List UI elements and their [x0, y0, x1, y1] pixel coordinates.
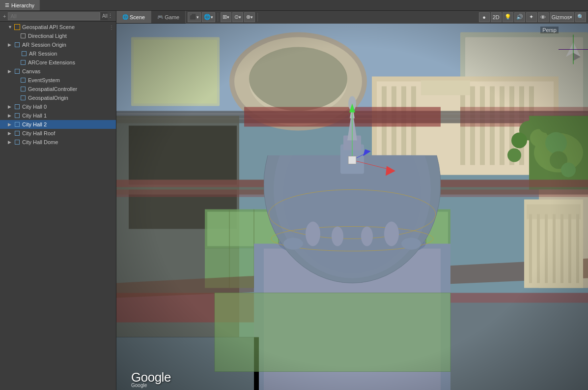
hierarchy-item-city-hall-1[interactable]: ▶ City Hall 1 — [0, 111, 116, 120]
scene-toolbar: ⬛ ▾ 🌐 ▾ ⊞ ▾ ⊙ ▾ — [186, 11, 588, 24]
item-icon-10 — [14, 121, 21, 128]
add-hierarchy-button[interactable]: + — [3, 13, 6, 19]
hierarchy-item-geospatial-origin[interactable]: GeospatialOrigin — [0, 93, 116, 102]
toolbar-search-btn[interactable]: 🔍 — [575, 12, 586, 22]
item-arrow-4: ▶ — [8, 69, 14, 74]
item-arrow-12: ▶ — [8, 140, 14, 145]
audio-icon: ● — [482, 14, 486, 20]
view-options: ● 2D 💡 🔊 ✦ — [479, 12, 586, 22]
scene-tab-icon: 🌐 — [122, 14, 128, 20]
scene-root-more[interactable]: ⋮ — [109, 25, 114, 30]
persp-label: Persp — [540, 27, 559, 33]
item-label-10: City Hall 2 — [22, 121, 47, 127]
item-label-4: Canvas — [22, 68, 40, 74]
scene-vis-icon: 👁 — [540, 14, 546, 20]
pivot-icon: ⊙ — [234, 14, 239, 20]
toolbar-right: ● 2D 💡 🔊 ✦ — [479, 12, 586, 22]
toolbar-sep-1 — [218, 13, 218, 22]
toolbar-lighting-btn[interactable]: 💡 — [503, 12, 513, 22]
toolbar-fx-btn[interactable]: ✦ — [526, 12, 537, 22]
hierarchy-all-label: All — [102, 13, 108, 19]
toolbar-snap-btn[interactable]: ⊞ ▾ — [221, 12, 231, 22]
item-icon-8 — [14, 103, 21, 110]
item-label-7: GeospatialOrigin — [28, 95, 68, 101]
scene-root-icon — [14, 24, 21, 30]
item-arrow-11: ▶ — [8, 131, 14, 136]
hierarchy-item-city-hall-0[interactable]: ▶ City Hall 0 — [0, 102, 116, 111]
tab-scene[interactable]: 🌐 Scene — [116, 11, 151, 23]
toolbar-pivot-btn[interactable]: ⊙ ▾ — [232, 12, 243, 22]
toolbar-scene-vis-btn[interactable]: 👁 — [538, 12, 549, 22]
shaded-dropdown: ▾ — [196, 15, 199, 20]
hierarchy-tab-label: Hierarchy — [11, 2, 34, 8]
item-icon-11 — [14, 130, 21, 137]
item-icon-12 — [14, 139, 21, 146]
hierarchy-item-canvas[interactable]: ▶ Canvas — [0, 67, 116, 76]
toolbar-audio2-btn[interactable]: 🔊 — [514, 12, 525, 22]
item-label-1: AR Session Origin — [22, 42, 66, 48]
item-icon-4 — [14, 68, 21, 75]
hierarchy-tab-icon: ☰ — [5, 2, 9, 8]
item-icon-6 — [20, 86, 27, 92]
snap-dropdown: ▾ — [227, 15, 229, 20]
item-icon-3 — [20, 59, 27, 66]
hierarchy-item-event-system[interactable]: EventSystem — [0, 76, 116, 85]
viewport[interactable]: ✋ ✥ ↺ ⤢ ⬜ ⊕ — [116, 24, 588, 390]
scene-tab-label: Scene — [130, 14, 145, 20]
hierarchy-item-arcore-extensions[interactable]: ARCore Extensions — [0, 58, 116, 67]
toolbar-group-transform: ⊞ ▾ ⊙ ▾ ⊗ ▾ — [221, 12, 255, 22]
2d-label: 2D — [493, 14, 500, 20]
hierarchy-item-ar-session[interactable]: AR Session — [0, 49, 116, 58]
hierarchy-scene-root[interactable]: ▼ Geospatial API Scene ⋮ — [0, 23, 116, 31]
tab-game[interactable]: 🎮 Game — [151, 11, 186, 23]
hierarchy-search-input[interactable] — [8, 12, 100, 20]
item-label-6: GeospatialController — [28, 86, 77, 92]
item-label-9: City Hall 1 — [22, 113, 47, 119]
globe-dropdown: ▾ — [211, 15, 213, 20]
toolbar-audio-btn[interactable]: ● — [479, 12, 490, 22]
city-scene-svg — [116, 24, 588, 390]
hierarchy-item-city-hall-roof[interactable]: ▶ City Hall Roof — [0, 129, 116, 138]
gizmos-dropdown: ▾ — [570, 15, 572, 20]
local-icon: ⊗ — [246, 14, 251, 20]
item-arrow-10: ▶ — [8, 122, 14, 127]
toolbar-gizmos-btn[interactable]: Gizmos ▾ — [550, 12, 574, 22]
item-arrow-8: ▶ — [8, 104, 14, 109]
toolbar-shaded-btn[interactable]: ⬛ ▾ — [188, 12, 201, 22]
hierarchy-item-geospatial-controller[interactable]: GeospatialController — [0, 85, 116, 93]
hierarchy-item-city-hall-2[interactable]: ▶ City Hall 2 — [0, 120, 116, 129]
main-content: + All ⋮ ▼ Geospatial API Scene ⋮ — [0, 11, 588, 390]
game-tab-label: Game — [165, 14, 179, 20]
item-arrow-1: ▶ — [8, 42, 14, 47]
game-tab-icon: 🎮 — [157, 14, 163, 20]
toolbar-globe-btn[interactable]: 🌐 ▾ — [202, 12, 215, 22]
hierarchy-search-bar: All — [8, 12, 108, 20]
item-label-5: EventSystem — [28, 77, 60, 83]
item-icon-7 — [20, 94, 27, 101]
item-label-8: City Hall 0 — [22, 104, 47, 110]
scene-root-arrow: ▼ — [8, 25, 14, 30]
item-label-3: ARCore Extensions — [28, 60, 75, 65]
tab-hierarchy[interactable]: ☰ Hierarchy — [0, 0, 40, 10]
item-label-12: City Hall Dome — [22, 139, 58, 145]
toolbar-local-btn[interactable]: ⊗ ▾ — [244, 12, 255, 22]
item-label-11: City Hall Roof — [22, 130, 55, 136]
hierarchy-more-button[interactable]: ⋮ — [108, 13, 113, 19]
hierarchy-list: ▼ Geospatial API Scene ⋮ Directional Lig… — [0, 22, 116, 390]
svg-rect-109 — [116, 24, 588, 390]
google-small-text: Google — [131, 383, 147, 388]
scene-icon — [14, 24, 20, 30]
hierarchy-item-city-hall-dome[interactable]: ▶ City Hall Dome — [0, 138, 116, 147]
fx-icon: ✦ — [529, 14, 533, 20]
hierarchy-panel: + All ⋮ ▼ Geospatial API Scene ⋮ — [0, 11, 116, 390]
hierarchy-item-ar-session-origin[interactable]: ▶ AR Session Origin — [0, 40, 116, 49]
pivot-dropdown: ▾ — [239, 15, 241, 20]
toolbar-2d-btn[interactable]: 2D — [491, 12, 502, 22]
audio2-icon: 🔊 — [516, 14, 523, 20]
item-icon-1 — [14, 41, 21, 48]
item-icon-9 — [14, 112, 21, 119]
scene-area: 🌐 Scene 🎮 Game ⬛ ▾ 🌐 ▾ — [116, 11, 588, 390]
toolbar-group-view: ⬛ ▾ 🌐 ▾ — [188, 12, 215, 22]
local-dropdown: ▾ — [251, 15, 253, 20]
hierarchy-item-directional-light[interactable]: Directional Light — [0, 31, 116, 40]
